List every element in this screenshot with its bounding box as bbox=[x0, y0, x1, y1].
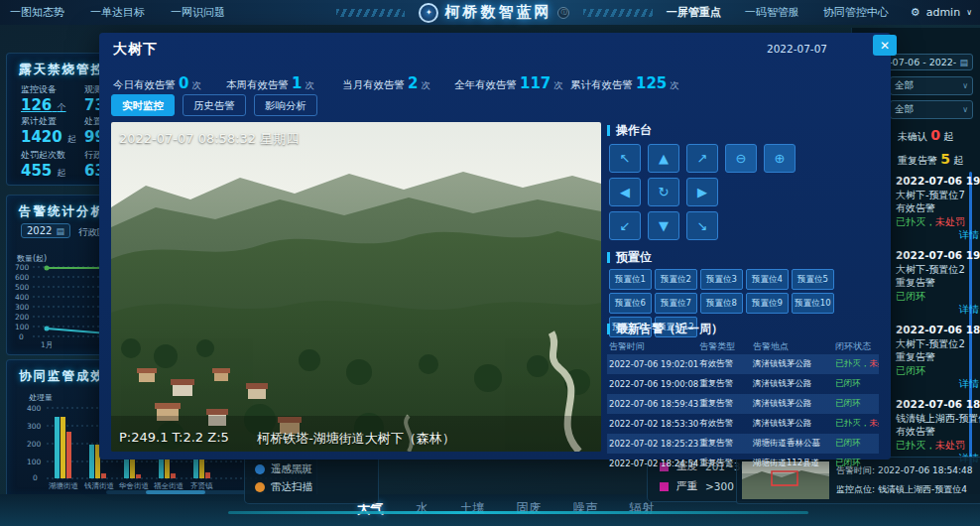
ytick: 400 bbox=[27, 404, 41, 413]
pan-up-button[interactable]: ▲ bbox=[648, 144, 679, 173]
decorative-progress-line bbox=[228, 511, 808, 514]
zoom-out-button[interactable]: ⊖ bbox=[725, 144, 757, 173]
pin-icon bbox=[255, 482, 265, 492]
tab-impact-analysis[interactable]: 影响分析 bbox=[254, 94, 317, 116]
username: admin bbox=[926, 6, 960, 19]
video-camera-label: 柯桥铁塔-湖塘街道大树下（森林） bbox=[111, 430, 601, 448]
chevron-down-icon: ∨ bbox=[962, 105, 968, 114]
user-menu[interactable]: ⚙ admin ∨ bbox=[911, 6, 972, 19]
ytick: 600 bbox=[15, 273, 29, 282]
panel-title: 告警统计分析 bbox=[19, 203, 105, 220]
stat-penalties: 处罚起次数 455 起 bbox=[21, 149, 66, 180]
type-select-2[interactable]: 全部∨ bbox=[890, 100, 973, 119]
logo-badge-icon: ⓘ bbox=[557, 7, 569, 19]
app-title: 柯桥数智蓝网 bbox=[444, 3, 551, 22]
ytick: 400 bbox=[15, 293, 29, 302]
preset-button-6[interactable]: 预置位6 bbox=[609, 293, 652, 314]
nav-item-screen-focus[interactable]: 一屏管重点 bbox=[667, 5, 721, 20]
ytick: 100 bbox=[15, 323, 29, 331]
latest-alerts-table: 告警时间 告警类型 告警地点 闭环状态 2022-07-06 19:02:01有… bbox=[607, 338, 879, 473]
preset-button-10[interactable]: 预置位10 bbox=[792, 293, 834, 314]
alert-card[interactable]: 2022-07-06 19:02:01 大树下-预置位7 有效告警 已扑灭，未处… bbox=[896, 175, 980, 242]
pan-up-left-button[interactable]: ↖ bbox=[609, 144, 641, 173]
pan-left-button[interactable]: ◀ bbox=[609, 178, 641, 206]
tooltip-alert-point: 监控点位: 钱清镇上湖西-预置位4 bbox=[836, 483, 967, 496]
ptz-pad-row-2: ◀ ↻ ▶ bbox=[609, 178, 718, 206]
decorative-stripes-right bbox=[583, 9, 652, 17]
table-row[interactable]: 2022-07-02 18:24:54重复告警 湖塘街道112县道 已闭环 bbox=[607, 454, 879, 473]
tab-solid-waste[interactable]: 固废 bbox=[517, 500, 542, 518]
tab-radiation[interactable]: 辐射 bbox=[630, 500, 655, 518]
shield-icon bbox=[255, 464, 265, 474]
stat-year: 全年有效告警117次 bbox=[454, 74, 563, 92]
console-section-title: 操作台 bbox=[607, 122, 652, 139]
ytick: 0 bbox=[19, 332, 24, 341]
layer-item-radar-scan[interactable]: 雷达扫描 bbox=[245, 478, 378, 496]
layer-item-remote-sensing[interactable]: 遥感黑斑 bbox=[245, 460, 378, 478]
preset-button-2[interactable]: 预置位2 bbox=[655, 269, 697, 290]
ptz-pad-row-1: ↖ ▲ ↗ ⊖ ⊕ bbox=[609, 144, 796, 173]
ytick: 700 bbox=[15, 263, 29, 272]
preset-button-7[interactable]: 预置位7 bbox=[655, 293, 697, 314]
type-select-1[interactable]: 全部∨ bbox=[890, 76, 973, 95]
preset-button-5[interactable]: 预置位5 bbox=[792, 269, 834, 290]
ytick: 300 bbox=[15, 303, 29, 312]
ytick: 0 bbox=[33, 473, 38, 482]
close-icon[interactable]: ✕ bbox=[873, 35, 897, 56]
pan-right-button[interactable]: ▶ bbox=[686, 178, 718, 206]
nav-right: 一屏管重点 一码智管服 协同管控中心 bbox=[667, 5, 889, 20]
nav-item-code-service[interactable]: 一码智管服 bbox=[745, 5, 799, 20]
stat-today: 今日有效告警0次 bbox=[113, 74, 201, 92]
rotate-button[interactable]: ↻ bbox=[648, 178, 679, 206]
table-row[interactable]: 2022-07-06 19:00:08重复告警 漓渚镇钱茅公路 已闭环 bbox=[607, 374, 879, 394]
tab-soil[interactable]: 土壤 bbox=[460, 500, 485, 518]
video-feed[interactable]: 2022-07-07 08:58:32 星期四 P:249.1 T:2.2 Z:… bbox=[111, 122, 601, 452]
pan-up-right-button[interactable]: ↗ bbox=[686, 144, 718, 173]
table-row[interactable]: 2022-07-06 18:59:43重复告警 漓渚镇钱茅公路 已闭环 bbox=[607, 394, 879, 414]
ytick: 100 bbox=[27, 458, 41, 466]
table-row[interactable]: 2022-07-02 18:53:30有效告警 漓渚镇钱茅公路 已扑灭，未处罚 bbox=[607, 414, 879, 434]
detail-link[interactable]: 详情 >> bbox=[896, 303, 980, 317]
preset-button-1[interactable]: 预置位1 bbox=[609, 269, 652, 290]
preset-button-8[interactable]: 预置位8 bbox=[700, 293, 743, 314]
tab-water[interactable]: 水 bbox=[416, 500, 429, 518]
stat-total: 累计有效告警125次 bbox=[570, 74, 679, 92]
pan-down-button[interactable]: ▼ bbox=[648, 211, 679, 240]
detail-link[interactable]: 详情 >> bbox=[896, 377, 980, 391]
emblem-icon: ✦ bbox=[419, 3, 438, 23]
top-nav-bar: 一图知态势 一单达目标 一网识问题 ✦ 柯桥数智蓝网 ⓘ 一屏管重点 一码智管服… bbox=[0, 0, 980, 25]
nav-left: 一图知态势 一单达目标 一网识问题 bbox=[10, 5, 225, 20]
pan-down-right-button[interactable]: ↘ bbox=[686, 211, 718, 240]
preset-button-3[interactable]: 预置位3 bbox=[700, 269, 743, 290]
tab-live-monitor[interactable]: 实时监控 bbox=[111, 94, 175, 116]
pan-down-left-button[interactable]: ↙ bbox=[609, 211, 641, 240]
tab-history-alerts[interactable]: 历史告警 bbox=[183, 94, 246, 116]
count-duplicate: 重复告警 5 起 bbox=[898, 151, 963, 168]
table-row[interactable]: 2022-07-06 19:02:01有效告警 漓渚镇钱茅公路 已扑灭，未处罚 bbox=[607, 354, 879, 374]
alert-card[interactable]: 2022-07-06 18:57:33 钱清镇上湖西-预置位18 有效告警 已扑… bbox=[896, 398, 980, 465]
app-logo: ✦ 柯桥数智蓝网 ⓘ bbox=[419, 3, 569, 23]
year-picker[interactable]: 2022▤ bbox=[21, 223, 70, 238]
video-timestamp: 2022-07-07 08:58:32 星期四 bbox=[119, 130, 299, 148]
preset-button-9[interactable]: 预置位9 bbox=[746, 293, 789, 314]
gear-icon[interactable]: ⚙ bbox=[911, 6, 920, 19]
stat-devices: 监控设备 126 个 bbox=[21, 83, 66, 114]
latest-alerts-section-title: 最新告警（近一周） bbox=[607, 321, 723, 337]
preset-button-4[interactable]: 预置位4 bbox=[746, 269, 789, 290]
zoom-in-button[interactable]: ⊕ bbox=[764, 144, 796, 173]
stat-month: 当月有效告警2次 bbox=[342, 74, 430, 92]
nav-item-target[interactable]: 一单达目标 bbox=[90, 5, 145, 20]
nav-item-problem[interactable]: 一网识问题 bbox=[171, 5, 225, 20]
video-scene bbox=[111, 122, 601, 452]
alert-card[interactable]: 2022-07-06 18:59:43 大树下-预置位2 重复告警 已闭环 详情… bbox=[896, 324, 980, 391]
nav-item-control-center[interactable]: 协同管控中心 bbox=[823, 5, 889, 20]
preset-section-title: 预置位 bbox=[607, 249, 652, 266]
modal-right-pane: 操作台 ↖ ▲ ↗ ⊖ ⊕ ◀ ↻ ▶ ↙ ▼ ↘ 预置位 预置位1 预置位2 bbox=[607, 122, 879, 452]
ytick: 500 bbox=[15, 283, 29, 292]
alert-card[interactable]: 2022-07-06 19:00:08 大树下-预置位2 重复告警 已闭环 详情… bbox=[896, 249, 980, 317]
modal-title: 大树下 bbox=[113, 41, 158, 59]
tab-noise[interactable]: 噪声 bbox=[573, 500, 598, 518]
detail-link[interactable]: 详情 >> bbox=[896, 228, 980, 242]
nav-item-situation[interactable]: 一图知态势 bbox=[10, 5, 64, 20]
table-row[interactable]: 2022-07-02 18:25:23重复告警 湖塘街道香林公墓 已闭环 bbox=[607, 434, 879, 454]
